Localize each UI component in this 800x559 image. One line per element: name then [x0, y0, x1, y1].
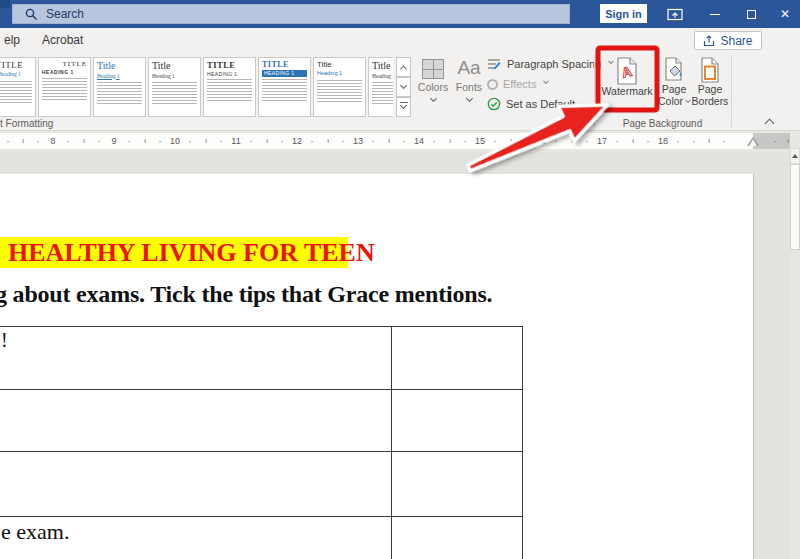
right-indent-marker[interactable] [747, 137, 759, 146]
ruler-tick: · [184, 133, 196, 149]
vertical-scrollbar[interactable] [790, 148, 800, 559]
ruler-tick: ı [782, 133, 794, 149]
share-icon [703, 35, 715, 47]
document-page[interactable]: HEALTHY LIVING FOR TEEN g about exams. T… [0, 174, 754, 559]
page-borders-icon [699, 57, 721, 83]
ruler-tick: · [276, 133, 288, 149]
ruler-tick: · [428, 133, 440, 149]
effects-button[interactable]: Effects [487, 76, 548, 92]
thumbnail-heading: Heading 1 [317, 70, 362, 77]
effects-icon [487, 79, 498, 90]
style-set-thumbnail[interactable]: TITLEHEADING 1 [258, 57, 311, 117]
tab-acrobat[interactable]: Acrobat [42, 28, 83, 52]
page-borders-button[interactable]: Page Borders [690, 57, 730, 107]
thumbnail-body-lines [262, 79, 307, 103]
tab-help-cut[interactable]: elp [4, 28, 20, 52]
close-button[interactable]: ✕ [770, 0, 800, 28]
ruler-number: 18 [657, 133, 669, 149]
table-row [0, 452, 522, 517]
ruler-tick: ı [78, 133, 90, 149]
table-cell-tick[interactable] [392, 517, 523, 559]
watermark-button[interactable]: A Watermark [607, 57, 647, 97]
colors-grid-icon [422, 59, 444, 79]
style-set-thumbnail[interactable]: TitleHeading 1 [148, 57, 201, 117]
page-color-button[interactable]: Page Color [654, 57, 694, 107]
thumbnail-body-lines [0, 81, 32, 105]
ruler-number: 12 [291, 133, 303, 149]
collapse-ribbon-icon[interactable] [765, 119, 775, 129]
minimize-button[interactable] [700, 0, 730, 28]
effects-label: Effects [503, 78, 536, 90]
gallery-scroll-down-button[interactable] [396, 77, 411, 97]
colors-button[interactable]: Colors [415, 57, 451, 101]
ruler-tick: · [672, 133, 684, 149]
ruler-tick: · [123, 133, 135, 149]
table-cell-text[interactable]: ! [0, 327, 392, 390]
set-as-default-button[interactable]: Set as Default [487, 96, 575, 112]
style-set-thumbnail[interactable]: TITLEHEADING 1 [38, 57, 91, 117]
style-set-thumbnail[interactable]: TitleHeading 1 [313, 57, 366, 117]
ruler-tick: · [489, 133, 501, 149]
ruler-tick: · [398, 133, 410, 149]
ruler-tick: · [611, 133, 623, 149]
document-formatting-group-label: t Formatting [0, 118, 53, 129]
table-cell-tick[interactable] [392, 390, 523, 452]
fonts-button[interactable]: Aa Fonts [452, 57, 486, 101]
ruler-tick: ı [200, 133, 212, 149]
ribbon-display-options-button[interactable] [660, 0, 690, 28]
colors-label: Colors [418, 81, 448, 93]
ruler-tick: ı [505, 133, 517, 149]
chevron-up-icon [400, 65, 407, 72]
gallery-scroll-up-button[interactable] [396, 57, 411, 77]
ruler-tick: ı [261, 133, 273, 149]
ruler-number: 15 [474, 133, 486, 149]
scroll-up-button[interactable] [790, 148, 800, 164]
set-as-default-check-icon [487, 97, 501, 111]
ruler-tick: · [62, 133, 74, 149]
gallery-more-button[interactable] [396, 97, 411, 117]
thumbnail-body-lines [42, 78, 87, 102]
thumbnail-title: TITLE [262, 61, 307, 69]
maximize-icon [747, 10, 756, 19]
table-cell-text[interactable]: e exam. [0, 517, 392, 559]
ruler-tick: ı [383, 133, 395, 149]
ruler-number: 11 [230, 133, 242, 149]
style-set-gallery[interactable]: TITLEHeading 1TITLEHEADING 1TitleHeading… [0, 57, 393, 118]
document-heading-text: HEALTHY LIVING FOR TEEN [0, 237, 348, 268]
ruler-tick: · [459, 133, 471, 149]
table-cell-text[interactable] [0, 390, 392, 452]
thumbnail-body-lines [97, 82, 142, 106]
ruler-number: 16 [535, 133, 547, 149]
page-background-group-label: Page Background [600, 118, 725, 129]
table-cell-text[interactable] [0, 452, 392, 517]
style-set-thumbnail[interactable]: TITLEHeading 1 [0, 57, 36, 117]
thumbnail-body-lines [152, 82, 197, 106]
ribbon-tab-row: elp Acrobat Share [0, 28, 800, 52]
ruler-tick: · [154, 133, 166, 149]
search-icon [25, 8, 38, 21]
table-row [0, 390, 522, 452]
maximize-button[interactable] [736, 0, 766, 28]
search-input[interactable]: Search [12, 4, 570, 24]
style-set-thumbnail[interactable]: TitleHeading 1 [93, 57, 146, 117]
style-set-thumbnail[interactable]: TitleHeading 1 [368, 57, 393, 117]
ruler-tick: · [93, 133, 105, 149]
thumbnail-heading: HEADING 1 [262, 70, 307, 77]
table-cell-tick[interactable] [392, 327, 523, 390]
scrollbar-thumb[interactable] [790, 164, 800, 250]
ruler-number: 9 [108, 133, 120, 149]
thumbnail-body-lines [372, 82, 393, 106]
ruler-tick: ı [566, 133, 578, 149]
page-borders-label: Page Borders [692, 83, 729, 107]
ruler-tick: · [337, 133, 349, 149]
share-button[interactable]: Share [694, 31, 762, 50]
sign-in-button[interactable]: Sign in [600, 4, 647, 23]
thumbnail-title: TITLE [207, 61, 252, 70]
ruler-tick: ı [444, 133, 456, 149]
paragraph-spacing-label: Paragraph Spacing [507, 58, 601, 70]
thumbnail-heading: Heading 1 [0, 71, 32, 78]
search-placeholder: Search [46, 7, 84, 21]
style-set-thumbnail[interactable]: TITLEHEADING 1 [203, 57, 256, 117]
ruler-tick: ı [627, 133, 639, 149]
table-cell-tick[interactable] [392, 452, 523, 517]
